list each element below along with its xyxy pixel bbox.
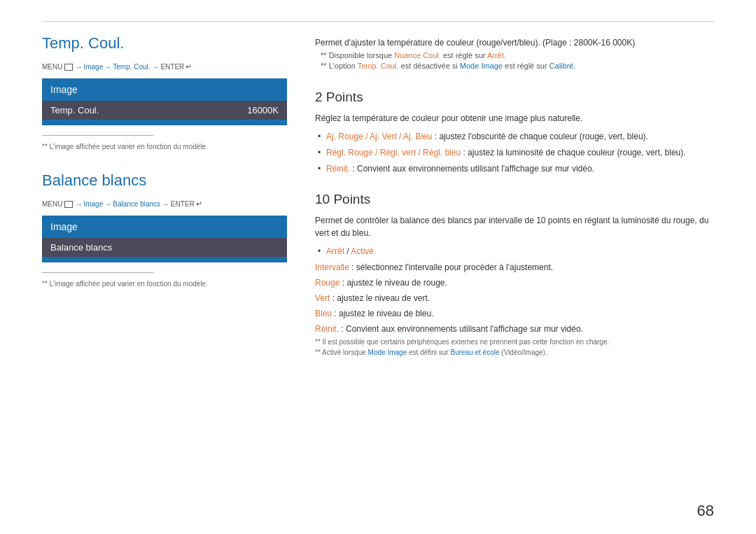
right-note1: Disponible lorsque Nuance Coul. est régl… (321, 51, 714, 59)
right-note2: L'option Temp. Coul. est désactivée si M… (321, 62, 714, 70)
panel-row-balance-label: Balance blancs (50, 242, 112, 253)
temp-coul-section: Temp. Coul. MENU → Image → Temp. Coul. →… (42, 34, 287, 150)
line-rouge: Rouge : ajustez le niveau de rouge. (315, 276, 714, 289)
line-vert: Vert : ajustez le niveau de vert. (315, 292, 714, 304)
bullet-reinit1: Réinit. : Convient aux environnements ut… (326, 162, 714, 175)
footnote1: L'image affichée peut varier en fonction… (42, 143, 287, 150)
right-column: Permet d'ajuster la température de coule… (315, 34, 714, 520)
balance-blancs-panel: Image Balance blancs (42, 216, 287, 262)
footnote2: L'image affichée peut varier en fonction… (42, 280, 287, 288)
two-points-body: Réglez la température de couleur pour ob… (315, 112, 714, 125)
bullet-arret-active: Arrêt / Activé (326, 245, 714, 258)
menu-path-temp: MENU → Image → Temp. Coul. → ENTER ↵ (42, 62, 287, 71)
top-note: Permet d'ajuster la température de coule… (315, 38, 714, 48)
line-reinit2: Réinit. : Convient aux environnements ut… (315, 323, 714, 335)
bullet-aj: Aj. Rouge / Aj. Vert / Aj. Bleu : ajuste… (326, 130, 714, 143)
menu-icon-2 (64, 201, 73, 208)
ten-points-body: Permet de contrôler la balance des blanc… (315, 214, 714, 239)
balance-blancs-title: Balance blancs (42, 171, 287, 190)
ten-points-title: 10 Points (315, 192, 714, 207)
panel-blue-bar-2 (42, 257, 287, 262)
temp-coul-panel: Image Temp. Coul. 16000K (42, 78, 287, 125)
panel-header-image: Image (42, 78, 287, 101)
enter-icon-2: ↵ (196, 199, 202, 209)
divider1 (42, 135, 154, 136)
footnote-external: Il est possible que certains périphériqu… (315, 338, 714, 346)
bullet-regl: Régl. Rouge / Régl. vert / Régl. bleu : … (326, 146, 714, 159)
two-points-section: 2 Points Réglez la température de couleu… (315, 90, 714, 175)
two-points-title: 2 Points (315, 90, 714, 105)
menu-icon (64, 64, 73, 71)
footnote-active: Activé lorsque Mode Image est défini sur… (315, 349, 714, 356)
panel-row-balance[interactable]: Balance blancs (42, 238, 287, 257)
left-column: Temp. Coul. MENU → Image → Temp. Coul. →… (42, 34, 287, 520)
panel-row-value: 16000K (247, 105, 279, 115)
line-intervalle: Intervalle : sélectionnez l'intervalle p… (315, 261, 714, 274)
menu-path-balance: MENU → Image → Balance blancs → ENTER ↵ (42, 199, 287, 209)
panel-header-image2: Image (42, 216, 287, 238)
page-number: 68 (697, 502, 714, 520)
line-bleu: Bleu : ajustez le niveau de bleu. (315, 307, 714, 320)
panel-row-temp[interactable]: Temp. Coul. 16000K (42, 101, 287, 120)
panel-blue-bar (42, 120, 287, 125)
enter-icon: ↵ (186, 62, 192, 71)
panel-row-label: Temp. Coul. (50, 105, 99, 115)
balance-blancs-section: Balance blancs MENU → Image → Balance bl… (42, 171, 287, 288)
top-divider (42, 21, 714, 22)
divider2 (42, 272, 154, 273)
temp-coul-title: Temp. Coul. (42, 34, 287, 52)
ten-points-section: 10 Points Permet de contrôler la balance… (315, 192, 714, 356)
menu-word: MENU (42, 63, 62, 71)
